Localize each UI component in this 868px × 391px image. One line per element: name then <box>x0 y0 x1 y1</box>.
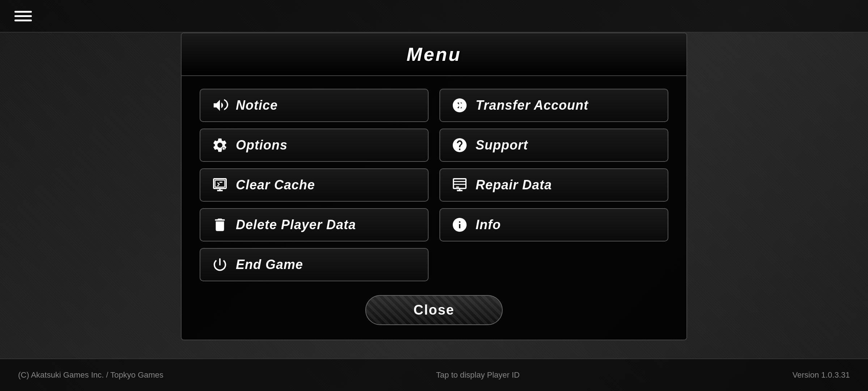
svg-rect-4 <box>215 180 225 187</box>
repair-icon <box>450 176 469 194</box>
transfer-account-label: Transfer Account <box>476 98 588 113</box>
options-label: Options <box>236 138 288 153</box>
trash-icon <box>210 215 229 234</box>
close-label: Close <box>413 302 454 318</box>
close-row: Close <box>182 295 686 325</box>
menu-grid: Notice Transfer Account + <box>182 76 686 285</box>
delete-player-data-label: Delete Player Data <box>236 217 356 232</box>
end-game-label: End Game <box>236 257 303 272</box>
info-button[interactable]: Info <box>439 208 668 241</box>
clear-cache-label: Clear Cache <box>236 177 315 193</box>
menu-title: Menu <box>182 43 686 65</box>
svg-text:+: + <box>222 147 224 151</box>
player-id-tap-text[interactable]: Tap to display Player ID <box>436 370 520 380</box>
menu-dialog: Menu Notice Transfer Acc <box>181 33 687 340</box>
top-bar <box>0 0 868 33</box>
notice-button[interactable]: Notice <box>200 89 429 122</box>
svg-rect-7 <box>454 179 466 189</box>
gear-icon: + <box>210 136 229 155</box>
clear-cache-button[interactable]: Clear Cache <box>200 168 429 202</box>
notice-label: Notice <box>236 98 278 113</box>
menu-title-bar: Menu <box>182 33 686 76</box>
transfer-account-button[interactable]: Transfer Account <box>439 89 668 122</box>
version-text: Version 1.0.3.31 <box>792 370 850 380</box>
transfer-icon <box>450 96 469 115</box>
info-icon <box>450 215 469 234</box>
repair-data-button[interactable]: Repair Data <box>439 168 668 202</box>
power-icon <box>210 255 229 274</box>
delete-player-data-button[interactable]: Delete Player Data <box>200 208 429 241</box>
support-label: Support <box>476 138 528 153</box>
close-button[interactable]: Close <box>365 295 503 325</box>
question-icon <box>450 136 469 155</box>
options-button[interactable]: + Options <box>200 129 429 162</box>
megaphone-icon <box>210 96 229 115</box>
end-game-button[interactable]: End Game <box>200 248 429 281</box>
support-button[interactable]: Support <box>439 129 668 162</box>
clear-cache-icon <box>210 176 229 194</box>
bottom-bar: (C) Akatsuki Games Inc. / Topkyo Games T… <box>0 358 868 391</box>
repair-data-label: Repair Data <box>476 177 552 193</box>
info-label: Info <box>476 217 501 232</box>
hamburger-menu-button[interactable] <box>14 11 32 21</box>
copyright-text: (C) Akatsuki Games Inc. / Topkyo Games <box>18 370 163 380</box>
